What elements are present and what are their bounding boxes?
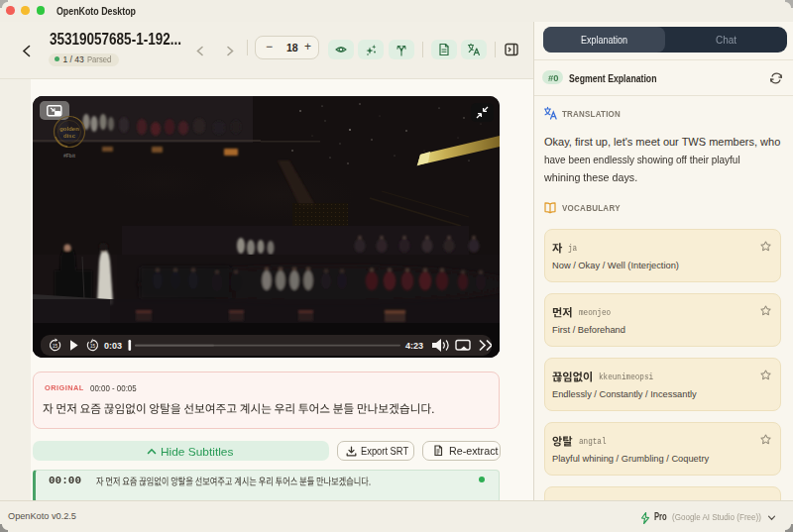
svg-text:#Fbit: #Fbit [63,153,75,159]
svg-text:0:03: 0:03 [104,341,122,351]
svg-text:4:23: 4:23 [405,341,423,351]
svg-text:15: 15 [90,344,96,349]
svg-text:golden: golden [59,126,79,132]
svg-text:15: 15 [53,344,58,349]
svg-text:disc: disc [63,133,76,139]
